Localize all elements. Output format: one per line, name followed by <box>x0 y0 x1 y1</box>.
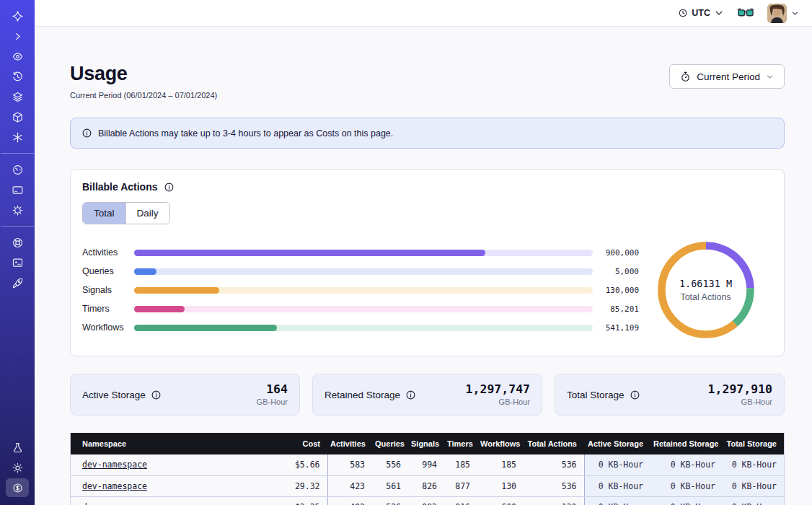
layers-icon[interactable] <box>6 87 29 106</box>
bar-track <box>134 325 593 331</box>
topbar: UTC <box>35 0 812 27</box>
collapse-chevron-right-icon[interactable] <box>6 27 29 45</box>
tab-total[interactable]: Total <box>83 203 125 224</box>
app-window: UTC Usage Current Period (06/01/2024 – 0… <box>0 0 812 505</box>
info-icon[interactable] <box>630 390 640 400</box>
storage-card-value: 1,297,747 <box>466 383 530 396</box>
bar-row-queries: Queries 5,000 <box>82 262 639 281</box>
retained-storage-cell: 0 KB-Hour <box>650 496 723 505</box>
bar-track <box>134 268 593 275</box>
info-icon[interactable] <box>405 390 416 400</box>
total-actions-cell: 130 <box>524 496 584 505</box>
table-row: dev-namespace $5.66 583 556 994 185 185 … <box>71 454 784 475</box>
active-storage-cell: 0 KB-Hour <box>584 496 650 505</box>
sidebar-nav <box>0 0 35 505</box>
donut-total-value: 1.66131 M <box>679 278 732 289</box>
bar-fill <box>134 287 219 294</box>
current-period-subtitle: Current Period (06/01/2024 – 07/01/2024) <box>70 91 217 100</box>
bar-value: 85,201 <box>593 304 639 314</box>
total-actions-cell: 536 <box>524 475 584 496</box>
bar-value: 130,000 <box>593 286 639 295</box>
bar-track <box>134 250 593 256</box>
lifebuoy-icon[interactable] <box>6 233 29 252</box>
storage-card-value: 164 <box>257 383 288 396</box>
main-area: UTC Usage Current Period (06/01/2024 – 0… <box>35 0 812 505</box>
info-banner-text: Billable Actions may take up to 3-4 hour… <box>98 128 393 139</box>
info-icon <box>81 128 92 139</box>
total-actions-donut: 1.66131 M Total Actions <box>639 239 772 341</box>
total-actions-cell: 536 <box>524 454 584 475</box>
bar-value: 900,000 <box>593 248 639 258</box>
cost-cell: 29.32 <box>262 475 327 496</box>
clock-icon <box>678 8 688 18</box>
timers-cell: 877 <box>444 475 477 496</box>
active-storage-cell: 0 KB-Hour <box>584 454 650 475</box>
sidebar-divider <box>1 153 34 154</box>
credit-card-icon[interactable] <box>6 180 29 199</box>
terminal-icon[interactable] <box>6 253 29 272</box>
billable-actions-card: Billable Actions Total Daily Activities … <box>70 169 785 356</box>
cube-icon[interactable] <box>6 107 29 126</box>
bar-row-activities: Activities 900,000 <box>82 243 639 262</box>
queries-cell: 556 <box>372 454 408 475</box>
page-header: Usage Current Period (06/01/2024 – 07/01… <box>70 63 785 100</box>
user-menu[interactable] <box>767 4 799 23</box>
info-icon[interactable] <box>151 390 162 400</box>
total-daily-toggle: Total Daily <box>82 202 170 224</box>
namespace-cell: dev-namespace <box>71 454 262 475</box>
activities-cell: 583 <box>327 454 372 475</box>
namespace-link[interactable]: dev-namespace <box>82 502 147 505</box>
activities-cell: 492 <box>327 496 372 505</box>
timezone-selector[interactable]: UTC <box>678 8 724 18</box>
table-row: dev-namespace 29.32 423 561 826 877 130 … <box>71 475 784 496</box>
chevron-down-icon <box>791 9 799 17</box>
tab-daily[interactable]: Daily <box>125 203 169 224</box>
glasses-icon[interactable] <box>737 8 754 18</box>
gauge-usage-icon[interactable] <box>6 160 29 179</box>
storage-card-label: Retained Storage <box>325 390 400 400</box>
col-header-namespace: Namespace <box>71 433 262 454</box>
bar-track <box>134 287 593 294</box>
bar-label: Activities <box>82 247 134 258</box>
period-selector-button[interactable]: Current Period <box>669 64 785 89</box>
flask-icon[interactable] <box>6 438 29 457</box>
workflows-cell: 130 <box>477 475 524 496</box>
namespace-usage-table: Namespace Cost Activities Queries Signal… <box>70 433 785 505</box>
sun-icon[interactable] <box>6 458 29 477</box>
bar-fill <box>134 268 156 275</box>
coin-billing-icon[interactable] <box>6 478 29 497</box>
bar-fill <box>134 306 185 312</box>
storage-card-label: Active Storage <box>82 390 146 400</box>
asterisk-icon[interactable] <box>6 128 29 146</box>
rocket-icon[interactable] <box>6 273 29 292</box>
eye-icon[interactable] <box>6 47 29 66</box>
col-header-workflows: Workflows <box>477 433 524 454</box>
table-row: dev-namespace $3.35 492 536 883 816 600 … <box>71 496 784 505</box>
bar-label: Queries <box>82 266 134 276</box>
chevron-down-icon <box>766 73 774 81</box>
storage-card-unit: GB-Hour <box>257 398 288 406</box>
queries-cell: 536 <box>372 496 408 505</box>
billable-actions-title: Billable Actions <box>82 181 158 193</box>
cost-cell: $5.66 <box>262 454 327 475</box>
bar-label: Timers <box>82 304 134 314</box>
namespace-link[interactable]: dev-namespace <box>82 481 147 491</box>
bar-label: Workflows <box>82 322 134 333</box>
billable-actions-chart: Activities 900,000 Queries 5,000 Signals <box>82 239 772 341</box>
bar-track <box>134 306 593 312</box>
temporal-logo-icon[interactable] <box>6 6 29 25</box>
sidebar-divider <box>1 226 34 227</box>
col-header-timers: Timers <box>444 433 477 454</box>
active-storage-card: Active Storage 164 GB-Hour <box>70 374 300 416</box>
period-button-label: Current Period <box>697 71 760 82</box>
bar-row-timers: Timers 85,201 <box>82 299 639 318</box>
workflows-cell: 185 <box>477 454 524 475</box>
bar-row-signals: Signals 130,000 <box>82 281 639 299</box>
col-header-total-storage: Total Storage <box>723 433 784 454</box>
history-icon[interactable] <box>6 67 29 86</box>
bar-value: 5,000 <box>593 267 639 276</box>
info-icon[interactable] <box>164 182 175 193</box>
gear-icon[interactable] <box>6 201 29 219</box>
namespace-link[interactable]: dev-namespace <box>82 460 147 470</box>
workflows-cell: 600 <box>477 496 524 505</box>
